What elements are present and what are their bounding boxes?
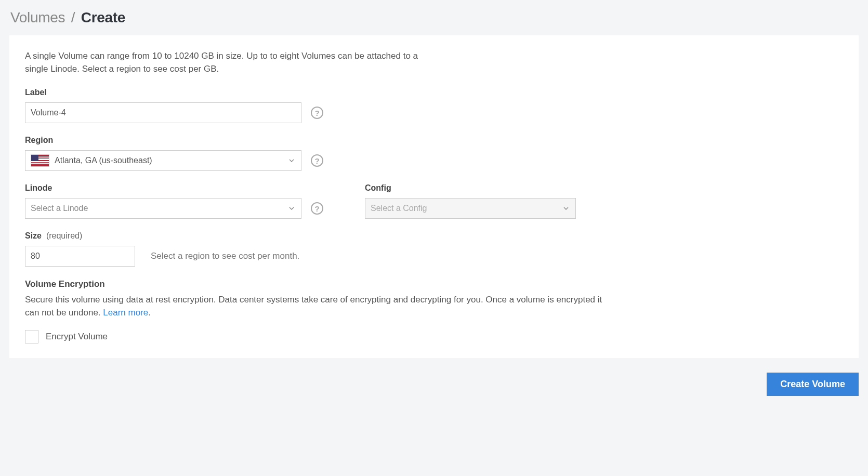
linode-field-group: Linode Select a Linode ?: [25, 183, 323, 219]
region-select[interactable]: Atlanta, GA (us-southeast): [25, 150, 301, 171]
size-label-text: Size: [25, 231, 42, 240]
intro-text: A single Volume can range from 10 to 102…: [25, 50, 420, 75]
linode-field-label: Linode: [25, 183, 323, 193]
label-field-label: Label: [25, 88, 843, 97]
breadcrumb-separator: /: [71, 9, 75, 25]
region-select-value: Atlanta, GA (us-southeast): [55, 156, 152, 165]
encrypt-checkbox[interactable]: [25, 330, 38, 343]
flag-us-icon: [31, 154, 49, 167]
config-field-label: Config: [365, 183, 576, 193]
encryption-section: Volume Encryption Secure this volume usi…: [25, 279, 843, 343]
region-field-group: Region Atlanta, GA (us-southeast) ?: [25, 136, 843, 171]
chevron-down-icon: [562, 204, 570, 213]
encryption-description: Secure this volume using data at rest en…: [25, 294, 607, 319]
encryption-title: Volume Encryption: [25, 279, 843, 289]
breadcrumb: Volumes / Create: [9, 9, 859, 26]
chevron-down-icon: [287, 204, 296, 213]
encryption-period: .: [148, 308, 151, 318]
help-icon[interactable]: ?: [311, 154, 323, 167]
size-input[interactable]: [25, 246, 135, 267]
encrypt-checkbox-label: Encrypt Volume: [46, 332, 108, 342]
size-required-text: (required): [46, 231, 82, 240]
create-volume-button[interactable]: Create Volume: [767, 373, 859, 396]
linode-select[interactable]: Select a Linode: [25, 198, 301, 219]
help-icon[interactable]: ?: [311, 107, 323, 119]
linode-select-placeholder: Select a Linode: [31, 204, 88, 213]
config-select: Select a Config: [365, 198, 576, 219]
help-icon[interactable]: ?: [311, 202, 323, 215]
config-select-placeholder: Select a Config: [371, 204, 427, 213]
breadcrumb-current: Create: [81, 9, 125, 25]
region-field-label: Region: [25, 136, 843, 145]
learn-more-link[interactable]: Learn more: [103, 308, 148, 318]
create-volume-card: A single Volume can range from 10 to 102…: [9, 35, 859, 358]
encrypt-checkbox-row: Encrypt Volume: [25, 330, 843, 343]
size-field-group: Size (required) Select a region to see c…: [25, 231, 843, 267]
label-input[interactable]: [25, 102, 301, 123]
label-field-group: Label ?: [25, 88, 843, 123]
breadcrumb-parent[interactable]: Volumes: [10, 9, 65, 25]
size-hint-text: Select a region to see cost per month.: [151, 251, 299, 261]
config-field-group: Config Select a Config: [365, 183, 576, 219]
size-field-label: Size (required): [25, 231, 843, 241]
footer-actions: Create Volume: [9, 373, 859, 396]
chevron-down-icon: [287, 156, 296, 165]
